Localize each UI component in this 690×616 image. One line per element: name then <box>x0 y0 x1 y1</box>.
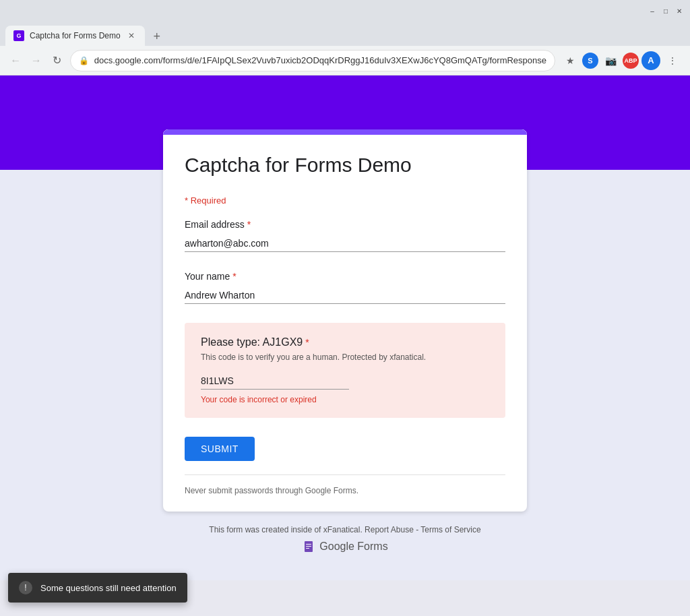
report-abuse-link[interactable]: Report Abuse <box>365 525 414 534</box>
google-forms-logo-icon <box>302 540 315 553</box>
captcha-required-star: * <box>305 337 309 348</box>
form-card-header: Captcha for Forms Demo <box>163 129 527 190</box>
captcha-input[interactable] <box>201 373 349 390</box>
svg-rect-1 <box>306 544 311 545</box>
email-label: Email address * <box>185 219 505 230</box>
email-label-text: Email address <box>185 219 245 230</box>
name-label: Your name * <box>185 271 505 282</box>
submit-button[interactable]: SUBMIT <box>185 437 255 461</box>
tab-favicon: G <box>13 30 24 41</box>
captcha-title: Please type: AJ1GX9 * <box>201 336 489 348</box>
toolbar: ← → ↻ 🔒 docs.google.com/forms/d/e/1FAIpQ… <box>0 46 690 75</box>
svg-rect-3 <box>306 548 309 549</box>
main-area: Captcha for Forms Demo * Required Email … <box>0 170 690 580</box>
profile-button[interactable]: A <box>641 51 660 70</box>
active-tab[interactable]: G Captcha for Forms Demo ✕ <box>5 26 145 46</box>
form-title: Captcha for Forms Demo <box>185 154 505 177</box>
tab-bar: G Captcha for Forms Demo ✕ + <box>0 22 690 46</box>
back-button[interactable]: ← <box>8 51 24 70</box>
extension-s[interactable]: S <box>582 53 598 69</box>
forward-button[interactable]: → <box>29 51 44 70</box>
form-footer-note: Never submit passwords through Google Fo… <box>185 486 505 495</box>
lock-icon: 🔒 <box>79 56 89 65</box>
tab-close-button[interactable]: ✕ <box>126 30 137 41</box>
captcha-error: Your code is incorrect or expired <box>201 395 489 404</box>
browser-chrome: – □ ✕ G Captcha for Forms Demo ✕ + ← → ↻… <box>0 0 690 75</box>
page-footer: This form was created inside of xFanatic… <box>195 512 494 567</box>
close-button[interactable]: ✕ <box>674 5 685 16</box>
reload-button[interactable]: ↻ <box>49 51 65 70</box>
footer-text: This form was created inside of xFanatic… <box>209 525 480 534</box>
title-bar: – □ ✕ <box>0 0 690 22</box>
maximize-button[interactable]: □ <box>660 5 671 16</box>
form-divider <box>185 474 505 475</box>
svg-rect-2 <box>306 546 311 547</box>
captcha-title-text: Please type: AJ1GX9 <box>201 336 303 348</box>
new-tab-button[interactable]: + <box>148 27 166 46</box>
address-bar[interactable]: 🔒 docs.google.com/forms/d/e/1FAIpQLSex2V… <box>70 50 555 71</box>
toolbar-actions: ★ S 📷 ABP A ⋮ <box>561 51 682 70</box>
footer-links: Report Abuse - Terms of Service <box>365 525 481 534</box>
star-button[interactable]: ★ <box>561 51 579 70</box>
required-note: * Required <box>185 195 505 206</box>
email-field-group: Email address * <box>185 219 505 252</box>
name-input[interactable] <box>185 287 505 304</box>
form-card: Captcha for Forms Demo * Required Email … <box>163 129 527 512</box>
tab-title: Captcha for Forms Demo <box>30 31 121 40</box>
toast-notification: ! Some questions still need attention <box>8 573 187 603</box>
email-required-star: * <box>247 219 251 230</box>
page-content: Captcha for Forms Demo * Required Email … <box>0 75 690 580</box>
menu-button[interactable]: ⋮ <box>663 51 682 70</box>
email-input[interactable] <box>185 235 505 252</box>
toast-message: Some questions still need attention <box>40 583 177 593</box>
toast-icon: ! <box>19 581 32 594</box>
captcha-box: Please type: AJ1GX9 * This code is to ve… <box>185 323 505 418</box>
captcha-subtitle: This code is to verify you are a human. … <box>201 352 489 362</box>
form-card-body: * Required Email address * Your name * <box>163 190 527 512</box>
google-forms-label: Google Forms <box>319 541 387 553</box>
google-forms-branding: Google Forms <box>209 540 480 553</box>
name-field-group: Your name * <box>185 271 505 304</box>
extension-adblock[interactable]: ABP <box>623 53 639 69</box>
window-controls[interactable]: – □ ✕ <box>647 5 685 16</box>
camera-button[interactable]: 📷 <box>601 51 620 70</box>
name-required-star: * <box>232 271 236 282</box>
terms-link[interactable]: Terms of Service <box>420 525 480 534</box>
name-label-text: Your name <box>185 271 230 282</box>
minimize-button[interactable]: – <box>647 5 658 16</box>
url-text: docs.google.com/forms/d/e/1FAIpQLSex2Vuv… <box>94 55 546 65</box>
footer-created-text: This form was created inside of xFanatic… <box>209 525 362 534</box>
